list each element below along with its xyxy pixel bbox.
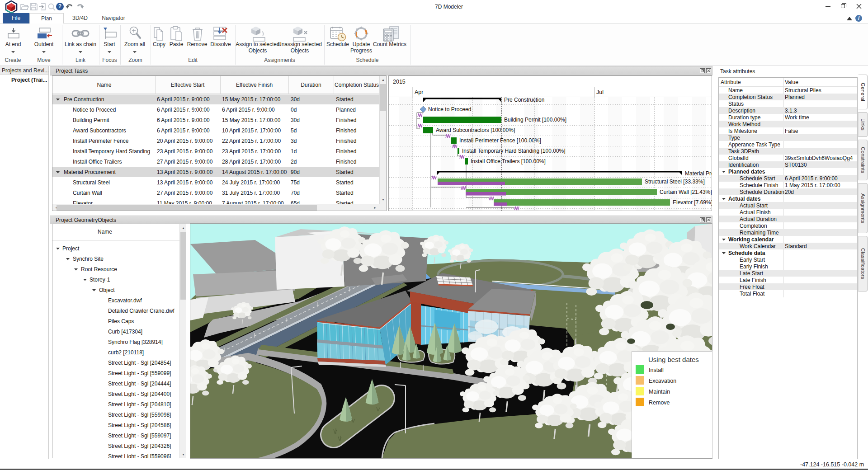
svg-text:Building Permit [100.00%]: Building Permit [100.00%]: [504, 117, 566, 123]
svg-text:Install Office Trailers [100.0: Install Office Trailers [100.00%]: [471, 158, 546, 164]
svg-text:Pre Construction: Pre Construction: [504, 97, 544, 103]
svg-text:Award Subcontractors [100.00%]: Award Subcontractors [100.00%]: [436, 127, 515, 133]
svg-text:Structural Steel [33.33%]: Structural Steel [33.33%]: [645, 179, 705, 185]
svg-text:Apr: Apr: [415, 89, 423, 95]
svg-text:Jul: Jul: [596, 89, 604, 95]
svg-text:Elevator [7.69%]: Elevator [7.69%]: [673, 199, 712, 206]
svg-text:Material Procurement: Material Procurement: [685, 170, 712, 177]
svg-text:2015: 2015: [393, 79, 406, 85]
svg-text:Notice to Proceed: Notice to Proceed: [428, 106, 471, 113]
svg-text:Curtain Wall [21.43%]: Curtain Wall [21.43%]: [660, 189, 712, 195]
svg-text:Install Perimeter Fence [100.0: Install Perimeter Fence [100.00%]: [459, 137, 541, 144]
svg-text:Install Temporary Hard Standin: Install Temporary Hard Standing [100.00%…: [462, 148, 566, 154]
